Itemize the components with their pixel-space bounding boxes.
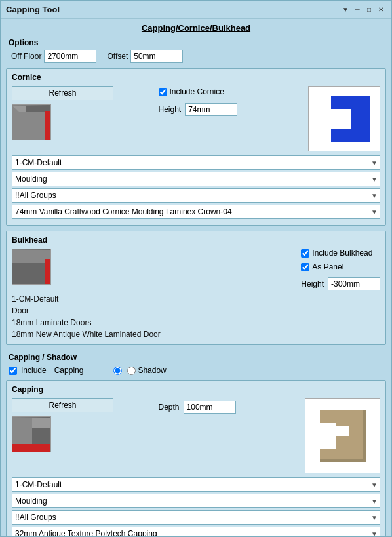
svg-rect-8 [45,259,50,284]
capping-shadow-controls: Include Capping Shadow [9,366,383,375]
capping-thumbnail [12,416,51,452]
capping-shadow-radio-group: Shadow [113,366,166,375]
cornice-panel: Cornice Refresh [6,68,386,226]
svg-marker-7 [12,250,50,263]
include-cornice-row: Include Cornice [159,87,300,96]
as-panel-row: As Panel [301,262,380,271]
bulkhead-dropdowns: 1-CM-Default Door 18mm Laminate Doors 18… [12,293,380,340]
svg-rect-2 [45,111,50,140]
cornice-height-label: Height [159,105,182,114]
include-bulkhead-checkbox[interactable] [301,249,309,258]
bulkhead-dropdown1-text[interactable]: 1-CM-Default [12,293,380,305]
bulkhead-title: Bulkhead [12,235,380,245]
cornice-dropdown2[interactable]: Moulding [12,172,380,186]
capping-top-row: Refresh Depth [12,398,380,473]
include-cornice-label: Include Cornice [170,87,224,96]
bulkhead-dropdown3-text[interactable]: 18mm Laminate Doors [12,317,380,328]
bulkhead-checkboxes: Include Bulkhead As Panel Height [301,249,380,290]
maximize-button[interactable]: □ [364,5,374,15]
off-floor-input[interactable] [44,50,96,63]
title-bar-controls: ▼ ─ □ ✕ [340,5,386,15]
bulkhead-top-row: Include Bulkhead As Panel Height [12,249,380,290]
capping-preview-wrapper [305,398,380,473]
capping-tool-window: Capping Tool ▼ ─ □ ✕ Capping/Cornice/Bul… [0,0,392,537]
cornice-dropdown3[interactable]: !!All Groups [12,188,380,203]
include-label: Include [21,366,47,375]
capping-text-label: Capping [54,366,84,375]
capping-depth-row: Depth [159,401,300,414]
bulkhead-left [12,249,289,290]
capping-dropdowns: 1-CM-Default ▼ Moulding ▼ !!All Groups ▼ [12,477,380,536]
cornice-left: Refresh [12,86,153,151]
capping-dropdown4-wrapper: 32mm Antique Texture Polytech Capping ▼ [12,527,380,536]
as-panel-checkbox[interactable] [301,263,309,271]
capping-dropdown4[interactable]: 32mm Antique Texture Polytech Capping [12,527,380,536]
capping-refresh-button[interactable]: Refresh [12,398,113,412]
capping-radio-item [113,367,122,375]
capping-dropdown2[interactable]: Moulding [12,494,380,508]
capping-left: Refresh [12,398,153,473]
as-panel-label: As Panel [312,262,343,271]
capping-preview [305,398,380,473]
offset-label: Offset [107,52,128,61]
cornice-preview-wrapper [305,86,380,151]
capping-title: Capping [12,385,380,394]
bulkhead-thumbnail [12,249,51,285]
cornice-dropdown1-wrapper: 1-CM-Default ▼ [12,155,380,170]
capping-radio[interactable] [113,367,122,375]
capping-dropdown3[interactable]: !!All Groups [12,510,380,525]
include-capping-checkbox[interactable] [9,367,17,375]
svg-rect-16 [320,459,366,462]
cornice-dropdown3-wrapper: !!All Groups ▼ [12,188,380,203]
options-label: Options [9,38,38,47]
include-bulkhead-row: Include Bulkhead [301,249,380,258]
cornice-dropdown4[interactable]: 74mm Vanilla Craftwood Cornice Moulding … [12,205,380,219]
offset-group: Offset [107,50,183,63]
capping-depth-input[interactable] [184,401,236,414]
capping-shadow-title: Capping / Shadow [9,353,383,362]
cornice-title: Cornice [12,73,380,82]
capping-thumb-wrapper [12,416,153,452]
bulkhead-height-row: Height [301,277,380,290]
cornice-preview [308,86,380,151]
cornice-thumb-svg [12,106,50,140]
include-bulkhead-label: Include Bulkhead [312,249,372,258]
offset-input[interactable] [130,50,183,63]
shadow-radio[interactable] [127,367,136,375]
bulkhead-dropdown2-text[interactable]: Door [12,305,380,317]
cornice-dropdown2-wrapper: Moulding ▼ [12,172,380,186]
cornice-right-controls: Include Cornice Height [159,86,300,151]
cornice-dropdown1[interactable]: 1-CM-Default [12,155,380,170]
cornice-refresh-button[interactable]: Refresh [12,86,113,100]
shadow-radio-item: Shadow [127,366,166,375]
shadow-label: Shadow [138,366,166,375]
bulkhead-panel: Bulkhead Include Bulkhead [6,231,386,345]
svg-rect-15 [363,410,366,462]
close-button[interactable]: ✕ [376,5,386,15]
capping-depth-label: Depth [159,403,180,412]
capping-panel: Capping Refresh [6,380,386,536]
cornice-thumbnail [12,104,51,140]
minimize-button[interactable]: ─ [352,5,363,15]
cornice-dropdown4-wrapper: 74mm Vanilla Craftwood Cornice Moulding … [12,205,380,219]
cornice-height-input[interactable] [185,103,237,116]
cornice-top-row: Refresh [12,86,380,151]
main-content: Capping/Cornice/Bulkhead Options Off Flo… [1,19,391,536]
svg-rect-11 [12,444,50,452]
cornice-dropdowns: 1-CM-Default ▼ Moulding ▼ !!All Groups ▼ [12,155,380,219]
dropdown-arrow-button[interactable]: ▼ [340,5,351,15]
bulkhead-dropdown4-text[interactable]: 18mm New Antique White Laminated Door [12,328,380,340]
options-fields: Off Floor Offset [9,50,383,63]
bulkhead-thumb-svg [12,250,50,284]
cornice-thumb-wrapper [12,104,153,140]
window-title: Capping Tool [6,5,60,14]
main-section-title: Capping/Cornice/Bulkhead [6,23,386,33]
capping-dropdown1[interactable]: 1-CM-Default [12,477,380,492]
cornice-preview-svg [311,89,377,148]
cornice-height-row: Height [159,103,300,116]
bulkhead-height-input[interactable] [328,277,380,290]
capping-preview-svg [307,400,379,472]
capping-dropdown1-wrapper: 1-CM-Default ▼ [12,477,380,492]
capping-shadow-section: Capping / Shadow Include Capping Shadow [6,350,386,378]
include-cornice-checkbox[interactable] [159,88,167,96]
